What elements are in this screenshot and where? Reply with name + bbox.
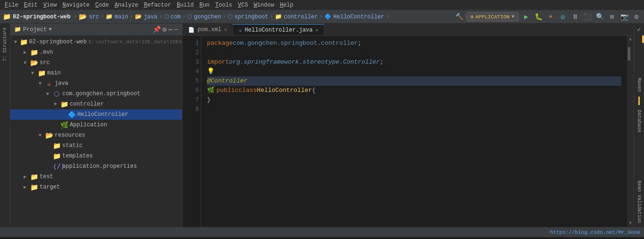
target-arrow: ▶: [24, 184, 29, 190]
com-package-icon: ⬡: [164, 13, 169, 20]
breadcrumb-sep-8: ›: [386, 14, 389, 19]
run-config-chevron: ▼: [512, 14, 514, 19]
tabs-bar: 📄 pom.xml ✕ ☕ HelloController.java ✕: [182, 24, 634, 36]
breadcrumb-controller[interactable]: controller: [284, 14, 318, 20]
breadcrumb-gongchen[interactable]: gongchen: [194, 14, 221, 20]
structure-panel-toggle[interactable]: 7: Structure: [2, 25, 8, 63]
find-button[interactable]: 🔍: [595, 12, 604, 22]
line-num-2: 2: [182, 48, 199, 58]
tab-pom-close[interactable]: ✕: [224, 27, 227, 33]
toolbar-right: 🔨 ⚙ APPLICATION ▼ ▶ 🐛 ☀ ◎ ⏸ ⬛ 🔍 ⊞ 📷 ⚙: [455, 12, 641, 22]
menu-view[interactable]: View: [41, 0, 60, 10]
settings-button[interactable]: ⚙: [163, 25, 166, 33]
target-icon: 📁: [30, 183, 38, 191]
tab-hello-close[interactable]: ✕: [315, 27, 318, 33]
suspend-button[interactable]: ⏸: [570, 12, 580, 22]
tab-pom-xml[interactable]: 📄 pom.xml ✕: [182, 24, 233, 35]
tree-app-properties[interactable]: ⟨/⟩ application.properties: [10, 161, 182, 172]
tree-main[interactable]: ▼ 📁 main: [10, 68, 182, 78]
tree-src[interactable]: ▼ 📂 src: [10, 58, 182, 68]
run-config-selector[interactable]: ⚙ APPLICATION ▼: [466, 12, 519, 21]
database-panel-toggle[interactable]: Database: [636, 106, 642, 136]
tree-controller[interactable]: ▼ 📁 controller: [10, 99, 182, 109]
pin-button[interactable]: 📌: [153, 25, 161, 33]
tree-application[interactable]: 🌿 Application: [10, 120, 182, 130]
brace-open: {: [312, 86, 316, 95]
mvn-arrow: ▶: [24, 49, 29, 55]
menu-refactor[interactable]: Refactor: [141, 0, 174, 10]
breadcrumb-hello[interactable]: HelloController: [333, 14, 384, 20]
checkmark-icon: ✓: [637, 25, 641, 33]
camera-button[interactable]: 📷: [619, 12, 629, 22]
controller-folder-icon: 📁: [275, 13, 282, 20]
static-label: static: [62, 142, 83, 149]
panel-title[interactable]: 📁 Project ▼: [14, 26, 51, 33]
tree-resources[interactable]: ▼ 📂 resources: [10, 130, 182, 140]
status-url[interactable]: https://blog.csdn.net/Mr_Gone: [550, 230, 640, 235]
kw-class: class: [239, 86, 257, 95]
menu-window[interactable]: Window: [251, 0, 277, 10]
scrollbar-thumb[interactable]: [627, 47, 630, 61]
tree-package[interactable]: ▼ ⬡ com.gongchen.springboot: [10, 89, 182, 99]
profile-button[interactable]: ◎: [558, 12, 568, 22]
menu-vcs[interactable]: VCS: [235, 0, 251, 10]
bean-validation-panel-toggle[interactable]: Bean Validation: [636, 177, 642, 227]
ctrl-arrow: ▼: [54, 102, 59, 107]
java-folder-icon: 📂: [135, 13, 142, 20]
maven-panel-toggle[interactable]: Maven: [636, 74, 642, 96]
line-num-5: 5: [182, 76, 199, 86]
breadcrumb-com[interactable]: com: [171, 14, 181, 20]
menu-analyze[interactable]: Analyze: [112, 0, 141, 10]
tab-hello-controller[interactable]: ☕ HelloController.java ✕: [233, 24, 324, 35]
tree-project-root[interactable]: ▼ 📁 02-springboot-web E:\software_data\I…: [10, 37, 182, 47]
panel-chevron: ▼: [49, 27, 51, 32]
project-root-path: E:\software_data\IDE_data\IDEA: [89, 39, 182, 45]
tree-java[interactable]: ▼ ☕ java: [10, 78, 182, 89]
menu-help[interactable]: Help: [277, 0, 296, 10]
tree-static[interactable]: 📁 static: [10, 140, 182, 151]
menu-build[interactable]: Build: [174, 0, 197, 10]
tree-test[interactable]: ▶ 📁 test: [10, 172, 182, 182]
menu-navigate[interactable]: Navigate: [59, 0, 92, 10]
gear-button[interactable]: ⚙: [632, 12, 641, 22]
hammer-icon: 🔨: [455, 13, 463, 21]
java-label: java: [55, 80, 68, 87]
tree-target[interactable]: ▶ 📁 target: [10, 182, 182, 192]
resources-label: resources: [55, 132, 85, 139]
breadcrumb-src[interactable]: src: [89, 14, 99, 20]
tree-templates[interactable]: 📁 templates: [10, 151, 182, 161]
menu-edit[interactable]: Edit: [21, 0, 41, 10]
tab-hello-label: HelloController.java: [245, 27, 313, 33]
semicolon-1: ;: [358, 39, 362, 48]
breadcrumb-main[interactable]: main: [115, 14, 128, 20]
menu-run[interactable]: Run: [197, 0, 213, 10]
panel-title-text: Project: [23, 26, 47, 33]
coverage-button[interactable]: ☀: [546, 12, 555, 22]
grid-button[interactable]: ⊞: [607, 12, 617, 22]
tree-mvn[interactable]: ▶ 📁 .mvn: [10, 47, 182, 58]
run-button[interactable]: ▶: [521, 12, 531, 22]
test-arrow: ▶: [24, 174, 29, 180]
scroll-up-arrow[interactable]: ▲: [629, 37, 632, 42]
tree-hello-controller[interactable]: 🔷 HelloController: [10, 109, 182, 120]
test-label: test: [40, 173, 53, 180]
expand-arrow: ▼: [14, 40, 19, 45]
scroll-down-arrow[interactable]: ▼: [629, 221, 632, 226]
stop-button[interactable]: ⬛: [583, 12, 592, 22]
run-config-icon: ⚙: [471, 14, 474, 20]
code-content[interactable]: package com.gongchen.springboot.controll…: [201, 36, 627, 227]
breadcrumb-springboot[interactable]: springboot: [234, 14, 268, 20]
semicolon-2: ;: [380, 58, 384, 67]
run-config-label: APPLICATION: [475, 14, 510, 20]
breadcrumb-java[interactable]: java: [144, 14, 157, 20]
menu-tools[interactable]: Tools: [213, 0, 235, 10]
menu-file[interactable]: File: [2, 0, 21, 10]
project-root-icon: 📁: [20, 38, 27, 46]
breadcrumb-sep-4: ›: [182, 14, 185, 19]
src-label: src: [40, 59, 50, 66]
minimize-button[interactable]: —: [174, 25, 178, 33]
debug-button[interactable]: 🐛: [534, 12, 543, 22]
breadcrumb-sep-2: ›: [130, 14, 133, 19]
more-button[interactable]: ⋯: [168, 25, 172, 33]
menu-code[interactable]: Code: [92, 0, 112, 10]
